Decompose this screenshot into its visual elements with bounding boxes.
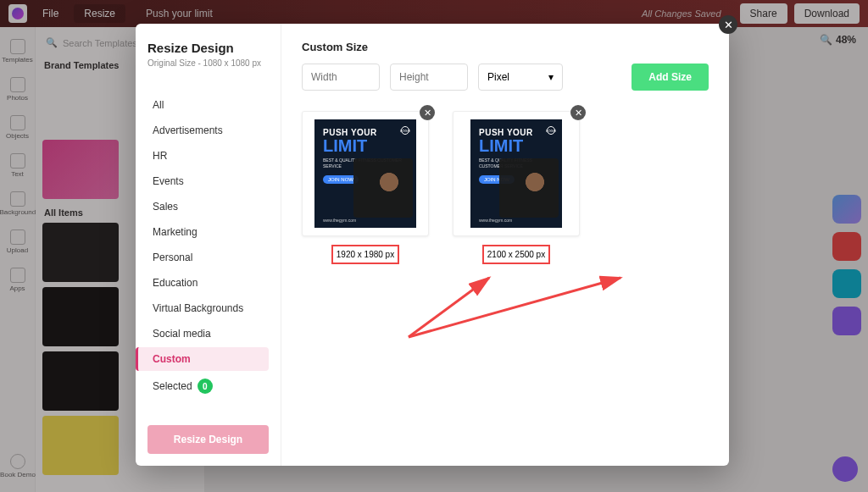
modal-content: Custom Size Pixel ▾ Add Size ✕ LOGO PUSH: [281, 24, 729, 466]
custom-size-heading: Custom Size: [302, 41, 709, 53]
cat-virtual-backgrounds[interactable]: Virtual Backgrounds: [147, 296, 269, 320]
svg-line-1: [409, 278, 620, 337]
cat-social-media[interactable]: Social media: [147, 322, 269, 346]
close-icon: ✕: [575, 108, 582, 119]
cat-hr[interactable]: HR: [147, 144, 269, 168]
close-icon: ✕: [424, 108, 431, 119]
size-tile[interactable]: ✕ LOGO PUSH YOUR LIMIT BEST & QUALITY FI…: [302, 111, 429, 264]
size-preview: ✕ LOGO PUSH YOUR LIMIT BEST & QUALITY FI…: [302, 111, 429, 236]
artwork-logo: LOGO: [401, 126, 409, 135]
chevron-down-icon: ▾: [548, 71, 554, 83]
cat-events[interactable]: Events: [147, 169, 269, 193]
modal-sidebar: Resize Design Original Size - 1080 x 108…: [136, 24, 281, 466]
custom-size-controls: Pixel ▾ Add Size: [302, 64, 709, 91]
artwork-logo: LOGO: [547, 126, 555, 135]
design-artwork: LOGO PUSH YOUR LIMIT BEST & QUALITY FITN…: [314, 119, 416, 228]
size-tile[interactable]: ✕ LOGO PUSH YOUR LIMIT BEST & QUALITY FI…: [453, 111, 580, 264]
original-size-label: Original Size - 1080 x 1080 px: [147, 58, 269, 68]
category-list: All Advertisements HR Events Sales Marke…: [147, 93, 269, 400]
cat-selected[interactable]: Selected 0: [147, 373, 269, 400]
height-input[interactable]: [390, 64, 468, 91]
width-input[interactable]: [302, 64, 380, 91]
unit-select[interactable]: Pixel ▾: [478, 64, 563, 91]
remove-size-button[interactable]: ✕: [570, 105, 586, 120]
resize-design-button[interactable]: Resize Design: [147, 425, 269, 454]
modal-title: Resize Design: [147, 41, 269, 55]
svg-line-0: [409, 278, 489, 337]
cat-all[interactable]: All: [147, 93, 269, 117]
size-dimensions: 2100 x 2500 px: [482, 245, 550, 264]
resize-modal: ✕ Resize Design Original Size - 1080 x 1…: [136, 24, 729, 466]
design-artwork: LOGO PUSH YOUR LIMIT BEST & QUALITY FITN…: [470, 119, 562, 228]
app-root: File Resize Push your limit All Changes …: [0, 0, 868, 492]
cat-sales[interactable]: Sales: [147, 195, 269, 218]
remove-size-button[interactable]: ✕: [420, 105, 435, 120]
cat-custom[interactable]: Custom: [136, 347, 269, 371]
selected-count-badge: 0: [198, 379, 213, 394]
cat-marketing[interactable]: Marketing: [147, 220, 269, 244]
size-dimensions: 1920 x 1980 px: [331, 245, 399, 264]
size-preview: ✕ LOGO PUSH YOUR LIMIT BEST & QUALITY FI…: [453, 111, 580, 236]
size-tiles: ✕ LOGO PUSH YOUR LIMIT BEST & QUALITY FI…: [302, 111, 709, 264]
cat-personal[interactable]: Personal: [147, 246, 269, 269]
add-size-button[interactable]: Add Size: [632, 64, 709, 91]
cat-advertisements[interactable]: Advertisements: [147, 119, 269, 142]
cat-education[interactable]: Education: [147, 271, 269, 295]
